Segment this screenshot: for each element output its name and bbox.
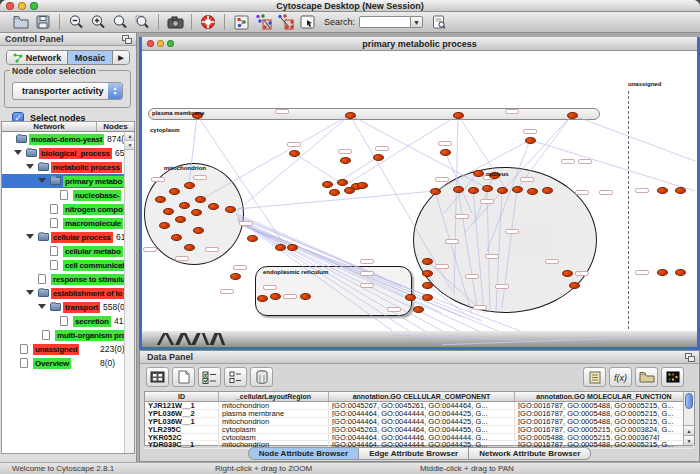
graph-node[interactable] <box>675 187 686 194</box>
graph-node[interactable] <box>482 185 493 192</box>
tree-scrollbar[interactable]: ▲ ▼ <box>124 132 134 453</box>
graph-node[interactable] <box>542 187 553 194</box>
zoom-fit-button[interactable] <box>109 13 131 31</box>
graph-node[interactable] <box>567 112 578 119</box>
scroll-up-icon[interactable]: ▲ <box>684 425 694 435</box>
column-header-region[interactable]: _cellularLayoutRegion <box>219 392 329 401</box>
new-attribute-button[interactable] <box>172 367 195 387</box>
graph-node[interactable] <box>247 235 258 242</box>
graph-node[interactable] <box>497 187 508 194</box>
tree-header-nodes[interactable]: Nodes <box>97 122 134 131</box>
tab-node-attribute-browser[interactable]: Node Attribute Browser <box>248 447 360 460</box>
tree-row-cellular-metabo[interactable]: cellular metabo209(0) <box>2 244 124 258</box>
graph-node[interactable] <box>225 206 236 213</box>
save-session-button[interactable] <box>32 13 54 31</box>
tab-mosaic[interactable]: Mosaic <box>68 51 113 64</box>
graph-node[interactable] <box>453 112 464 119</box>
graph-node[interactable] <box>169 188 180 195</box>
search-dropdown-arrow-icon[interactable]: ▼ <box>411 16 423 28</box>
graph-node[interactable] <box>340 157 351 164</box>
tree-row-mosaic-demo-yeast[interactable]: mosaic-demo-yeast874(0) <box>2 132 124 146</box>
scroll-down-icon[interactable]: ▼ <box>125 141 135 150</box>
graph-node[interactable] <box>287 244 298 251</box>
graph-node[interactable] <box>657 269 668 276</box>
tree-expand-arrow-icon[interactable] <box>38 304 46 309</box>
tree-row-establishment-of-lo[interactable]: establishment of lo558(0) <box>2 286 124 300</box>
graph-node[interactable] <box>230 273 241 280</box>
tab-network-attribute-browser[interactable]: Network Attribute Browser <box>469 447 591 460</box>
graph-node[interactable] <box>422 282 433 289</box>
table-row-ylr295c[interactable]: YLR295Ccytoplasm[GO:0045263, GO:0044464,… <box>145 426 694 434</box>
column-header-id[interactable]: ID <box>145 392 219 401</box>
graph-node[interactable] <box>191 209 202 216</box>
graph-node[interactable] <box>155 196 166 203</box>
tree-row-unassigned[interactable]: unassigned223(0) <box>2 342 124 356</box>
layout-tree-button[interactable] <box>274 13 296 31</box>
zoom-in-button[interactable] <box>87 13 109 31</box>
float-panel-icon[interactable] <box>685 353 695 362</box>
table-scrollbar[interactable]: ▲ ▼ <box>683 392 694 445</box>
graph-node[interactable] <box>193 227 204 234</box>
tree-row-metabolic-process[interactable]: metabolic process280(0) <box>2 160 124 174</box>
graph-node[interactable] <box>422 258 433 265</box>
combo-stepper-icon[interactable]: ▲▼ <box>108 83 122 99</box>
graph-node[interactable] <box>562 270 573 277</box>
graph-node[interactable] <box>430 188 441 195</box>
graph-node[interactable] <box>159 222 170 229</box>
graph-node[interactable] <box>675 269 686 276</box>
graph-node[interactable] <box>289 150 300 157</box>
scroll-down-icon[interactable]: ▼ <box>684 435 694 445</box>
graph-node[interactable] <box>257 295 268 302</box>
network-canvas[interactable]: plasma membrane cytoplasm mitochondrion … <box>142 51 697 347</box>
graph-node[interactable] <box>422 294 433 301</box>
graph-node[interactable] <box>322 181 333 188</box>
tree-row-macromolecule[interactable]: macromolecule311(0) <box>2 216 124 230</box>
graph-node[interactable] <box>527 188 538 195</box>
open-session-button[interactable] <box>10 13 32 31</box>
tree-expand-arrow-icon[interactable] <box>26 164 34 169</box>
import-attributes-button[interactable] <box>635 367 658 387</box>
tree-row-multi-organism-pro[interactable]: multi-organism pro42(0) <box>2 328 124 342</box>
unselect-attributes-button[interactable] <box>224 367 247 387</box>
zoom-selected-button[interactable] <box>131 13 153 31</box>
scrollbar-thumb[interactable] <box>685 393 693 409</box>
graph-node[interactable] <box>413 306 424 313</box>
graph-node[interactable] <box>473 170 484 177</box>
tree-row-nucleobase-[interactable]: nucleobase-209(0) <box>2 188 124 202</box>
tab-network[interactable]: Network <box>7 51 68 64</box>
graph-node[interactable] <box>440 149 451 156</box>
graph-node[interactable] <box>184 182 195 189</box>
graph-node[interactable] <box>422 270 433 277</box>
search-options-button[interactable] <box>428 13 450 31</box>
graph-node[interactable] <box>357 182 368 189</box>
tree-row-transport[interactable]: transport558(0) <box>2 300 124 314</box>
tree-row-secretion[interactable]: secretion41(0) <box>2 314 124 328</box>
graph-node[interactable] <box>208 203 219 210</box>
tree-expand-arrow-icon[interactable] <box>14 150 22 155</box>
float-panel-icon[interactable] <box>122 35 132 44</box>
graph-node[interactable] <box>270 293 281 300</box>
graph-node[interactable] <box>329 189 340 196</box>
tree-row-primary-metabo[interactable]: primary metabo209(... <box>2 174 124 188</box>
tree-row-response-to-stimulu[interactable]: response to stimulu264(0) <box>2 272 124 286</box>
help-button[interactable] <box>197 13 219 31</box>
tree-expand-arrow-icon[interactable] <box>26 290 34 295</box>
table-row-yjr121w__1[interactable]: YJR121W__1mitochondrion[GO:0045267, GO:0… <box>145 402 694 410</box>
function-builder-button[interactable]: f(x) <box>609 367 632 387</box>
zoom-out-button[interactable] <box>65 13 87 31</box>
graph-node[interactable] <box>569 282 580 289</box>
graph-node[interactable] <box>525 137 536 144</box>
graph-node[interactable] <box>512 186 523 193</box>
graph-node[interactable] <box>657 187 668 194</box>
graph-node[interactable] <box>195 196 206 203</box>
graph-node[interactable] <box>344 187 355 194</box>
graph-node[interactable] <box>468 187 479 194</box>
tree-row-nitrogen-compo[interactable]: nitrogen compo209(0) <box>2 202 124 216</box>
tree-row-overview[interactable]: Overview8(0) <box>2 356 124 370</box>
tab-overflow-arrow-icon[interactable]: ▶ <box>113 51 129 64</box>
tree-row-biological-process[interactable]: biological_process651(0) <box>2 146 124 160</box>
graph-node[interactable] <box>337 179 348 186</box>
snapshot-button[interactable] <box>164 13 186 31</box>
table-row-ypl036w__1[interactable]: YPL036W__1mitochondrion[GO:0044464, GO:0… <box>145 418 694 426</box>
graph-node[interactable] <box>184 244 195 251</box>
